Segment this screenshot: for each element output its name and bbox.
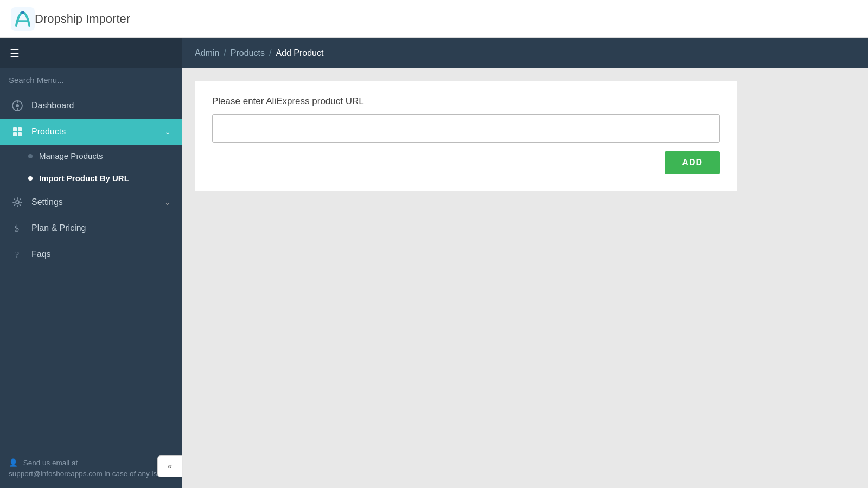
content-body: Please enter AliExpress product URL ADD xyxy=(182,68,868,488)
svg-point-10 xyxy=(16,201,19,204)
sidebar: ☰ Dashboard xyxy=(0,38,182,488)
nav-topbar: ☰ xyxy=(0,38,182,68)
add-product-button[interactable]: ADD xyxy=(665,151,720,174)
sidebar-item-products-label: Products xyxy=(31,127,164,137)
breadcrumb-sep-2: / xyxy=(269,48,271,58)
content-area: Admin / Products / Add Product Please en… xyxy=(182,38,868,488)
settings-chevron-icon: ⌄ xyxy=(164,198,171,207)
sidebar-footer: 👤 Send us email at support@infoshoreapps… xyxy=(0,447,182,489)
footer-text: Send us email at support@infoshoreapps.c… xyxy=(9,459,171,478)
top-header: Dropship Importer xyxy=(0,0,868,38)
user-icon: 👤 xyxy=(9,459,18,467)
add-product-card: Please enter AliExpress product URL ADD xyxy=(195,81,737,191)
svg-rect-6 xyxy=(13,127,17,131)
search-input[interactable] xyxy=(9,75,173,85)
sidebar-item-settings[interactable]: Settings ⌄ xyxy=(0,189,182,215)
sidebar-subitem-manage-products[interactable]: Manage Products xyxy=(0,145,182,167)
breadcrumb-add-product: Add Product xyxy=(276,48,323,58)
aliexpress-url-input[interactable] xyxy=(212,114,720,143)
manage-products-dot xyxy=(28,154,33,158)
sidebar-collapse-button[interactable]: « xyxy=(157,455,182,477)
sidebar-item-dashboard-label: Dashboard xyxy=(31,101,171,111)
sidebar-item-faqs-label: Faqs xyxy=(31,249,171,259)
import-product-dot xyxy=(28,176,33,181)
sidebar-item-plan-pricing-label: Plan & Pricing xyxy=(31,223,171,233)
sidebar-subitem-import-product[interactable]: Import Product By URL xyxy=(0,167,182,189)
import-product-label: Import Product By URL xyxy=(39,174,129,183)
svg-text:$: $ xyxy=(15,224,19,233)
sidebar-search-container xyxy=(0,68,182,93)
app-title: Dropship Importer xyxy=(35,12,130,26)
svg-point-1 xyxy=(21,11,24,14)
sidebar-item-products[interactable]: Products ⌄ xyxy=(0,119,182,145)
help-icon: ? xyxy=(11,249,24,260)
svg-point-3 xyxy=(16,104,19,107)
products-icon xyxy=(11,126,24,137)
svg-rect-7 xyxy=(18,127,22,131)
dashboard-icon xyxy=(11,100,24,111)
breadcrumb-products[interactable]: Products xyxy=(231,48,265,58)
main-layout: ☰ Dashboard xyxy=(0,38,868,488)
breadcrumb-admin[interactable]: Admin xyxy=(195,48,219,58)
svg-rect-0 xyxy=(11,7,35,31)
sidebar-item-dashboard[interactable]: Dashboard xyxy=(0,93,182,119)
breadcrumb-sep-1: / xyxy=(224,48,226,58)
dollar-icon: $ xyxy=(11,223,24,234)
collapse-icon: « xyxy=(168,461,173,471)
card-title: Please enter AliExpress product URL xyxy=(212,96,720,107)
manage-products-label: Manage Products xyxy=(39,151,103,160)
hamburger-icon[interactable]: ☰ xyxy=(10,47,20,60)
svg-rect-9 xyxy=(18,132,22,136)
add-btn-row: ADD xyxy=(212,151,720,174)
settings-icon xyxy=(11,197,24,208)
sidebar-item-settings-label: Settings xyxy=(31,197,164,207)
breadcrumb-bar: Admin / Products / Add Product xyxy=(182,38,868,68)
svg-rect-8 xyxy=(13,132,17,136)
svg-text:?: ? xyxy=(15,250,19,259)
products-chevron-icon: ⌄ xyxy=(164,127,171,136)
sidebar-item-plan-pricing[interactable]: $ Plan & Pricing xyxy=(0,215,182,241)
sidebar-item-faqs[interactable]: ? Faqs xyxy=(0,241,182,267)
app-logo xyxy=(11,7,35,31)
